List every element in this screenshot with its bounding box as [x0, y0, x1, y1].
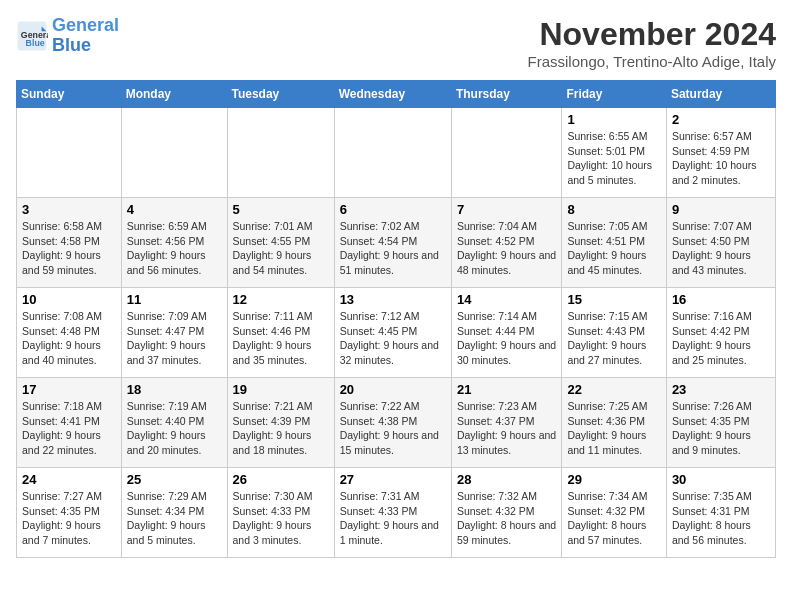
day-info: Sunrise: 7:15 AM Sunset: 4:43 PM Dayligh… — [567, 309, 660, 368]
day-info: Sunrise: 7:01 AM Sunset: 4:55 PM Dayligh… — [233, 219, 329, 278]
calendar-table: SundayMondayTuesdayWednesdayThursdayFrid… — [16, 80, 776, 558]
calendar-cell — [227, 108, 334, 198]
day-info: Sunrise: 7:05 AM Sunset: 4:51 PM Dayligh… — [567, 219, 660, 278]
logo-icon: General Blue — [16, 20, 48, 52]
day-info: Sunrise: 6:55 AM Sunset: 5:01 PM Dayligh… — [567, 129, 660, 188]
calendar-cell: 4Sunrise: 6:59 AM Sunset: 4:56 PM Daylig… — [121, 198, 227, 288]
day-number: 18 — [127, 382, 222, 397]
calendar-cell: 8Sunrise: 7:05 AM Sunset: 4:51 PM Daylig… — [562, 198, 666, 288]
day-number: 21 — [457, 382, 557, 397]
svg-text:Blue: Blue — [26, 38, 45, 48]
day-info: Sunrise: 7:16 AM Sunset: 4:42 PM Dayligh… — [672, 309, 770, 368]
calendar-cell: 5Sunrise: 7:01 AM Sunset: 4:55 PM Daylig… — [227, 198, 334, 288]
calendar-week-row: 3Sunrise: 6:58 AM Sunset: 4:58 PM Daylig… — [17, 198, 776, 288]
title-section: November 2024 Frassilongo, Trentino-Alto… — [528, 16, 776, 70]
day-number: 8 — [567, 202, 660, 217]
day-info: Sunrise: 7:02 AM Sunset: 4:54 PM Dayligh… — [340, 219, 446, 278]
day-info: Sunrise: 7:04 AM Sunset: 4:52 PM Dayligh… — [457, 219, 557, 278]
calendar-cell: 6Sunrise: 7:02 AM Sunset: 4:54 PM Daylig… — [334, 198, 451, 288]
weekday-header: Saturday — [666, 81, 775, 108]
day-info: Sunrise: 7:22 AM Sunset: 4:38 PM Dayligh… — [340, 399, 446, 458]
calendar-week-row: 10Sunrise: 7:08 AM Sunset: 4:48 PM Dayli… — [17, 288, 776, 378]
day-info: Sunrise: 7:30 AM Sunset: 4:33 PM Dayligh… — [233, 489, 329, 548]
day-number: 13 — [340, 292, 446, 307]
day-info: Sunrise: 7:27 AM Sunset: 4:35 PM Dayligh… — [22, 489, 116, 548]
calendar-cell: 28Sunrise: 7:32 AM Sunset: 4:32 PM Dayli… — [451, 468, 562, 558]
day-info: Sunrise: 7:32 AM Sunset: 4:32 PM Dayligh… — [457, 489, 557, 548]
day-number: 26 — [233, 472, 329, 487]
weekday-header: Friday — [562, 81, 666, 108]
calendar-cell: 21Sunrise: 7:23 AM Sunset: 4:37 PM Dayli… — [451, 378, 562, 468]
weekday-header: Wednesday — [334, 81, 451, 108]
page-header: General Blue General Blue November 2024 … — [16, 16, 776, 70]
day-info: Sunrise: 7:25 AM Sunset: 4:36 PM Dayligh… — [567, 399, 660, 458]
weekday-header: Tuesday — [227, 81, 334, 108]
calendar-cell: 27Sunrise: 7:31 AM Sunset: 4:33 PM Dayli… — [334, 468, 451, 558]
weekday-header: Monday — [121, 81, 227, 108]
calendar-week-row: 1Sunrise: 6:55 AM Sunset: 5:01 PM Daylig… — [17, 108, 776, 198]
day-number: 23 — [672, 382, 770, 397]
calendar-cell: 26Sunrise: 7:30 AM Sunset: 4:33 PM Dayli… — [227, 468, 334, 558]
logo-text: General Blue — [52, 16, 119, 56]
calendar-cell: 10Sunrise: 7:08 AM Sunset: 4:48 PM Dayli… — [17, 288, 122, 378]
day-info: Sunrise: 7:11 AM Sunset: 4:46 PM Dayligh… — [233, 309, 329, 368]
weekday-header: Sunday — [17, 81, 122, 108]
weekday-header: Thursday — [451, 81, 562, 108]
calendar-cell: 3Sunrise: 6:58 AM Sunset: 4:58 PM Daylig… — [17, 198, 122, 288]
calendar-header: SundayMondayTuesdayWednesdayThursdayFrid… — [17, 81, 776, 108]
day-info: Sunrise: 6:59 AM Sunset: 4:56 PM Dayligh… — [127, 219, 222, 278]
calendar-cell: 18Sunrise: 7:19 AM Sunset: 4:40 PM Dayli… — [121, 378, 227, 468]
day-number: 1 — [567, 112, 660, 127]
day-info: Sunrise: 7:07 AM Sunset: 4:50 PM Dayligh… — [672, 219, 770, 278]
calendar-week-row: 17Sunrise: 7:18 AM Sunset: 4:41 PM Dayli… — [17, 378, 776, 468]
day-number: 5 — [233, 202, 329, 217]
calendar-cell: 13Sunrise: 7:12 AM Sunset: 4:45 PM Dayli… — [334, 288, 451, 378]
day-number: 29 — [567, 472, 660, 487]
day-number: 14 — [457, 292, 557, 307]
day-number: 6 — [340, 202, 446, 217]
calendar-cell: 22Sunrise: 7:25 AM Sunset: 4:36 PM Dayli… — [562, 378, 666, 468]
calendar-cell: 9Sunrise: 7:07 AM Sunset: 4:50 PM Daylig… — [666, 198, 775, 288]
day-number: 15 — [567, 292, 660, 307]
day-number: 3 — [22, 202, 116, 217]
day-info: Sunrise: 7:18 AM Sunset: 4:41 PM Dayligh… — [22, 399, 116, 458]
calendar-cell: 19Sunrise: 7:21 AM Sunset: 4:39 PM Dayli… — [227, 378, 334, 468]
calendar-cell: 11Sunrise: 7:09 AM Sunset: 4:47 PM Dayli… — [121, 288, 227, 378]
calendar-cell: 29Sunrise: 7:34 AM Sunset: 4:32 PM Dayli… — [562, 468, 666, 558]
day-number: 27 — [340, 472, 446, 487]
calendar-cell — [334, 108, 451, 198]
calendar-week-row: 24Sunrise: 7:27 AM Sunset: 4:35 PM Dayli… — [17, 468, 776, 558]
day-info: Sunrise: 7:31 AM Sunset: 4:33 PM Dayligh… — [340, 489, 446, 548]
calendar-cell — [451, 108, 562, 198]
day-number: 19 — [233, 382, 329, 397]
weekday-header-row: SundayMondayTuesdayWednesdayThursdayFrid… — [17, 81, 776, 108]
day-number: 4 — [127, 202, 222, 217]
calendar-cell: 2Sunrise: 6:57 AM Sunset: 4:59 PM Daylig… — [666, 108, 775, 198]
calendar-cell — [17, 108, 122, 198]
calendar-cell: 25Sunrise: 7:29 AM Sunset: 4:34 PM Dayli… — [121, 468, 227, 558]
day-number: 28 — [457, 472, 557, 487]
day-info: Sunrise: 7:19 AM Sunset: 4:40 PM Dayligh… — [127, 399, 222, 458]
calendar-cell — [121, 108, 227, 198]
calendar-cell: 20Sunrise: 7:22 AM Sunset: 4:38 PM Dayli… — [334, 378, 451, 468]
day-info: Sunrise: 7:23 AM Sunset: 4:37 PM Dayligh… — [457, 399, 557, 458]
day-info: Sunrise: 7:35 AM Sunset: 4:31 PM Dayligh… — [672, 489, 770, 548]
day-number: 7 — [457, 202, 557, 217]
calendar-cell: 12Sunrise: 7:11 AM Sunset: 4:46 PM Dayli… — [227, 288, 334, 378]
day-number: 16 — [672, 292, 770, 307]
logo-blue: Blue — [52, 35, 91, 55]
calendar-cell: 15Sunrise: 7:15 AM Sunset: 4:43 PM Dayli… — [562, 288, 666, 378]
day-number: 10 — [22, 292, 116, 307]
day-number: 30 — [672, 472, 770, 487]
calendar-cell: 1Sunrise: 6:55 AM Sunset: 5:01 PM Daylig… — [562, 108, 666, 198]
day-number: 12 — [233, 292, 329, 307]
month-title: November 2024 — [528, 16, 776, 53]
day-info: Sunrise: 6:58 AM Sunset: 4:58 PM Dayligh… — [22, 219, 116, 278]
calendar-cell: 7Sunrise: 7:04 AM Sunset: 4:52 PM Daylig… — [451, 198, 562, 288]
day-number: 25 — [127, 472, 222, 487]
day-info: Sunrise: 7:14 AM Sunset: 4:44 PM Dayligh… — [457, 309, 557, 368]
day-number: 11 — [127, 292, 222, 307]
day-number: 24 — [22, 472, 116, 487]
day-info: Sunrise: 7:09 AM Sunset: 4:47 PM Dayligh… — [127, 309, 222, 368]
calendar-cell: 30Sunrise: 7:35 AM Sunset: 4:31 PM Dayli… — [666, 468, 775, 558]
